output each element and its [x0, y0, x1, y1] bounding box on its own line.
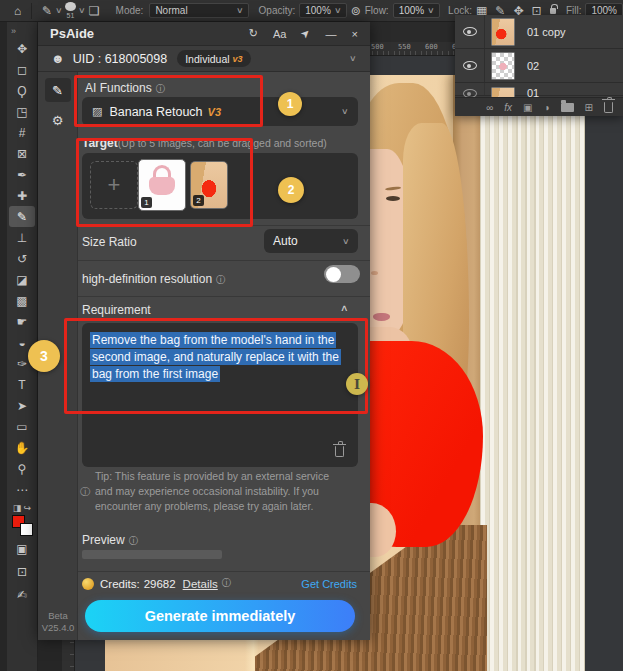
brush-tool[interactable]: ✎ [9, 206, 35, 227]
adjustment-layer-icon[interactable]: ◑ [544, 102, 550, 113]
text-cursor-badge: I [346, 373, 368, 395]
function-version: V3 [208, 106, 221, 118]
text-size-icon[interactable]: Aa [273, 28, 286, 40]
layer-effects-icon[interactable]: fx [504, 102, 512, 113]
divider [78, 296, 370, 297]
frame-tool[interactable]: ⊠ [9, 143, 35, 164]
layer-name[interactable]: 02 [527, 60, 539, 72]
credits-row: Credits: 29682 Details ⓘ Get Credits [78, 571, 370, 595]
shape-tool[interactable]: ▭ [9, 416, 35, 437]
layer-row[interactable]: 02 [455, 49, 623, 83]
chevron-down-icon: ∨ [334, 6, 342, 15]
info-icon: ⓘ [80, 485, 90, 499]
brush-size-preview[interactable]: 51 [65, 2, 76, 19]
details-link[interactable]: Details [183, 578, 218, 590]
delete-layer-icon[interactable] [604, 102, 613, 113]
eyedropper-tool[interactable]: ✒ [9, 164, 35, 185]
path-selection-tool[interactable]: ➤ [9, 395, 35, 416]
brush-tip-icon [65, 2, 76, 11]
target-image-1[interactable]: 1 [138, 159, 186, 211]
eraser-tool[interactable]: ◪ [9, 269, 35, 290]
fluted-wall-panel [480, 75, 585, 671]
model-nose [371, 271, 378, 275]
share-image-icon[interactable]: ✍ [9, 584, 35, 605]
zoom-tool[interactable]: ⚲ [9, 458, 35, 479]
layer-thumbnail[interactable] [491, 52, 515, 80]
pressure-opacity-icon[interactable]: ⊚ [351, 4, 361, 18]
get-credits-link[interactable]: Get Credits [301, 578, 357, 590]
gradient-tool[interactable]: ▩ [9, 290, 35, 311]
flow-value: 100% [399, 5, 425, 16]
ruler-tick: 600 [425, 43, 438, 51]
more-tools[interactable]: ⋯ [9, 479, 35, 500]
account-row[interactable]: ☻ UID : 618005098 Individual v3 ∨ [38, 46, 370, 72]
link-layers-icon[interactable]: ∞ [486, 102, 493, 113]
visibility-cell[interactable] [455, 83, 485, 95]
psaide-header: PsAide ↻ Aa ➤ — × [38, 22, 370, 46]
preview-bar[interactable] [82, 550, 222, 559]
info-icon: ⓘ [129, 535, 139, 546]
color-swatches[interactable] [12, 515, 33, 536]
refresh-icon[interactable]: ↻ [249, 27, 258, 40]
quick-mask-icon[interactable]: ▣ [9, 538, 35, 559]
close-icon[interactable]: × [352, 28, 358, 40]
lock-all-icon[interactable] [550, 8, 556, 14]
chevron-down-icon: ∨ [342, 237, 350, 246]
edit-tab-icon[interactable]: ✎ [45, 78, 71, 102]
home-icon[interactable]: ⌂ [14, 4, 21, 18]
clone-stamp-tool[interactable]: ⊥ [9, 227, 35, 248]
settings-gear-icon[interactable]: ⚙ [45, 108, 71, 132]
generate-button[interactable]: Generate immediately [85, 600, 355, 632]
size-ratio-select[interactable]: Auto ∨ [264, 229, 358, 253]
hd-resolution-toggle[interactable] [324, 265, 360, 283]
layers-panel-toolbar: ∞ fx ▣ ◑ ⊞ [455, 97, 623, 116]
layer-thumbnail[interactable] [491, 18, 515, 46]
history-brush-tool[interactable]: ↺ [9, 248, 35, 269]
opacity-select[interactable]: 100% ∨ [299, 3, 346, 18]
layer-row[interactable]: 01 [455, 83, 623, 96]
toolbar-expand-button[interactable]: » [7, 22, 37, 38]
layer-row[interactable]: 01 copy [455, 15, 623, 49]
blend-mode-select[interactable]: Normal ∨ [149, 3, 248, 18]
screen-mode-icon[interactable]: ⊡ [9, 561, 35, 582]
clear-text-trash-icon[interactable] [335, 446, 344, 457]
psaide-panel: PsAide ↻ Aa ➤ — × ☻ UID : 618005098 Indi… [38, 22, 370, 640]
flow-select[interactable]: 100% ∨ [393, 3, 440, 18]
swap-colors-icon[interactable]: ◨ ↪ [13, 504, 32, 513]
toggle-knob [326, 267, 341, 282]
user-icon: ☻ [51, 51, 65, 66]
background-color-swatch[interactable] [20, 523, 33, 536]
chevron-down-icon: ∨ [341, 107, 349, 116]
hand-tool[interactable]: ✋ [9, 437, 35, 458]
marquee-tool[interactable]: ◻ [9, 59, 35, 80]
new-layer-icon[interactable]: ⊞ [585, 102, 593, 113]
lasso-tool[interactable]: Ϙ [9, 80, 35, 101]
move-tool[interactable]: ✥ [9, 38, 35, 59]
chevron-down-icon: ∨ [427, 6, 435, 15]
add-image-button[interactable]: + [90, 161, 138, 209]
target-image-2[interactable]: 2 [190, 161, 228, 209]
requirement-textarea[interactable]: Remove the bag from the model's hand in … [82, 323, 358, 467]
healing-brush-tool[interactable]: ✚ [9, 185, 35, 206]
retouch-function-icon: ▨ [92, 105, 102, 118]
minimize-icon[interactable]: — [326, 28, 337, 40]
type-tool[interactable]: T [9, 374, 35, 395]
color-controls: ◨ ↪ ▣ ⊡ ✍ [7, 504, 37, 605]
visibility-cell[interactable] [455, 49, 485, 82]
beta-version-label: Beta V25.4.0 [38, 610, 78, 634]
crop-tool[interactable]: # [9, 122, 35, 143]
chevron-down-icon[interactable]: ∨ [349, 54, 357, 63]
layer-name[interactable]: 01 copy [527, 26, 566, 38]
smudge-tool[interactable]: ☛ [9, 311, 35, 332]
ai-function-select[interactable]: ▨ Banana Retouch V3 ∨ [82, 97, 358, 126]
new-group-icon[interactable] [561, 103, 574, 112]
preview-label: Previewⓘ [82, 530, 138, 548]
tool-list: ✥◻Ϙ◳#⊠✒✚✎⊥↺◪▩☛◒✑T➤▭✋⚲⋯ [7, 38, 37, 500]
layer-mask-icon[interactable]: ▣ [523, 102, 532, 113]
brush-tool-icon[interactable]: ✎ [42, 4, 52, 18]
brush-settings-panel-icon[interactable]: ❏ [89, 4, 100, 18]
chevron-up-icon[interactable]: ∧ [340, 303, 349, 313]
object-selection-tool[interactable]: ◳ [9, 101, 35, 122]
pin-icon[interactable]: ➤ [298, 26, 314, 42]
visibility-cell[interactable] [455, 15, 485, 48]
